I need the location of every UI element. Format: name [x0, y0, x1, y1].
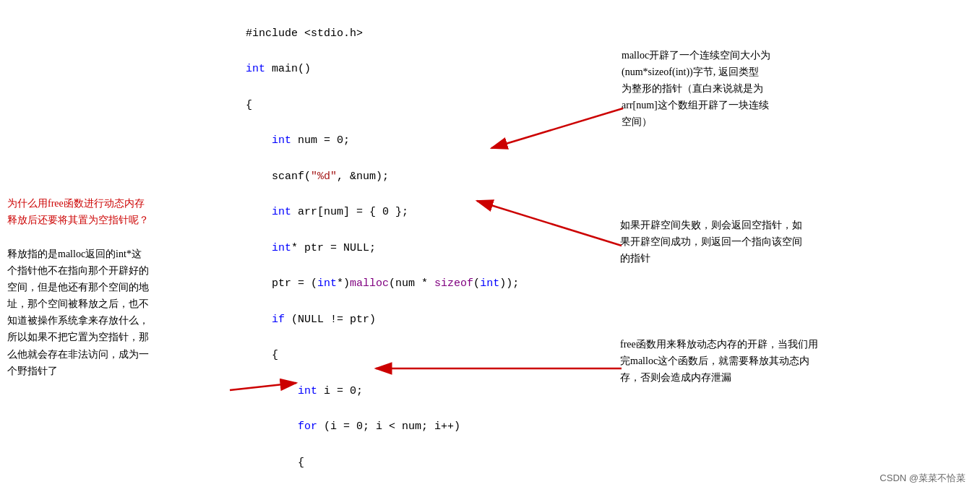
code-line-12: for (i = 0; i < num; i++): [246, 418, 519, 436]
code-line-8: ptr = (int*)malloc(num * sizeof(int));: [246, 275, 519, 293]
annotation-bot-right: free函数用来释放动态内存的开辟，当我们用 完malloc这个函数后，就需要释…: [620, 336, 818, 386]
code-line-5: scanf("%d", &num);: [246, 168, 519, 186]
code-line-4: int num = 0;: [246, 132, 519, 150]
annotation-left-bot: 释放指的是malloc返回的int*这 个指针他不在指向那个开辟好的 空间，但是…: [7, 246, 149, 379]
code-line-2: int main(): [246, 61, 519, 79]
code-line-1: #include <stdio.h>: [246, 25, 519, 43]
code-line-13: {: [246, 454, 519, 472]
annotation-top-right: malloc开辟了一个连续空间大小为 (num*sizeof(int))字节, …: [622, 47, 770, 130]
watermark: CSDN @菜菜不恰菜: [880, 472, 966, 485]
code-line-10: {: [246, 347, 519, 365]
page-container: #include <stdio.h> int main() { int num …: [0, 0, 980, 492]
annotation-mid-right: 如果开辟空间失败，则会返回空指针，如 果开辟空间成功，则返回一个指向该空间 的指…: [620, 217, 802, 267]
code-line-11: int i = 0;: [246, 383, 519, 401]
code-block: #include <stdio.h> int main() { int num …: [246, 7, 519, 492]
code-line-6: int arr[num] = { 0 };: [246, 204, 519, 222]
annotation-left-top: 为什么用free函数进行动态内存 释放后还要将其置为空指针呢？: [7, 195, 149, 228]
code-line-7: int* ptr = NULL;: [246, 240, 519, 258]
code-line-3: {: [246, 97, 519, 115]
code-line-9: if (NULL != ptr): [246, 311, 519, 329]
